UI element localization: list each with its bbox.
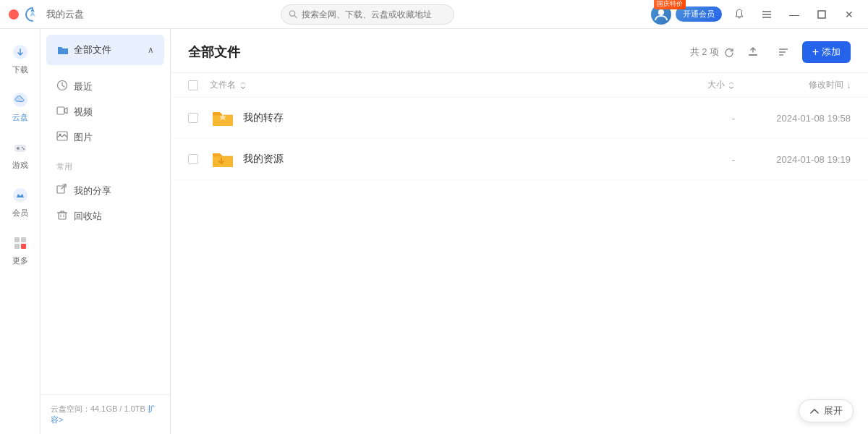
sidebar-item-member[interactable]: 会员 <box>10 178 30 226</box>
sidebar-label-games: 游戏 <box>12 160 28 171</box>
content-actions: 共 2 项 <box>690 41 851 64</box>
sidebar-item-download[interactable]: 下载 <box>10 35 30 82</box>
header-check[interactable] <box>188 80 210 90</box>
sort-icon <box>777 46 790 59</box>
folder-icon-0 <box>210 105 236 131</box>
maximize-button[interactable] <box>812 4 832 25</box>
row-check-1[interactable] <box>188 154 210 164</box>
upload-button[interactable] <box>741 41 765 64</box>
file-name-1: 我的资源 <box>243 153 284 166</box>
expand-panel-button[interactable]: 展开 <box>799 399 854 422</box>
games-icon <box>10 137 30 158</box>
row-checkbox-0[interactable] <box>188 113 198 123</box>
close-window-button[interactable]: ✕ <box>839 4 859 25</box>
maximize-icon <box>817 10 826 19</box>
row-size-0: - <box>663 113 735 124</box>
upload-icon <box>746 46 760 59</box>
expand-up-icon <box>809 406 820 416</box>
sidebar-label-cloud: 云盘 <box>12 112 28 123</box>
content-title: 全部文件 <box>188 43 240 61</box>
close-button[interactable]: × <box>9 9 19 20</box>
svg-point-13 <box>23 148 25 150</box>
cloud-icon <box>10 90 30 110</box>
title-bar-left: × 我的云盘 <box>9 7 84 22</box>
menu-item-share[interactable]: 我的分享 <box>41 178 170 203</box>
vip-badge: 国庆特价 <box>654 0 686 9</box>
table-row[interactable]: 我的转存 - 2024-01-08 19:58 <box>171 98 868 139</box>
title-bar-center <box>84 4 651 25</box>
add-icon: + <box>812 46 819 58</box>
file-name-0: 我的转存 <box>243 111 284 124</box>
add-button[interactable]: + × 添加 <box>802 41 851 63</box>
storage-info: 云盘空间：44.1GB / 1.0TB 扩容> <box>41 394 170 434</box>
row-date-0: 2024-01-08 19:58 <box>735 113 851 124</box>
svg-point-12 <box>22 147 23 148</box>
expand-label: 展开 <box>824 404 843 417</box>
left-panel-title: 全部文件 <box>56 43 111 56</box>
left-panel-menu: 最近 视频 <box>41 71 170 153</box>
app-logo <box>25 7 41 22</box>
content-header: 全部文件 共 2 项 <box>171 29 868 73</box>
storage-text: 云盘空间：44.1GB / 1.0TB <box>51 404 145 413</box>
row-checkbox-1[interactable] <box>188 154 198 164</box>
select-all-checkbox[interactable] <box>188 80 198 90</box>
svg-rect-17 <box>14 244 20 249</box>
svg-point-2 <box>658 9 664 15</box>
collapse-button[interactable]: ∧ <box>148 45 154 55</box>
trash-icon <box>56 209 68 223</box>
table-row[interactable]: 我的资源 - 2024-01-08 19:19 <box>171 139 868 180</box>
app-title: 我的云盘 <box>46 8 84 21</box>
file-list-header: 文件名 大小 修改时间 <box>171 73 868 98</box>
col-size-label: 大小 <box>707 79 725 91</box>
svg-point-14 <box>13 188 27 203</box>
search-icon <box>289 9 297 19</box>
svg-rect-25 <box>59 213 66 219</box>
notification-button[interactable] <box>729 4 749 25</box>
folder-icon-1 <box>210 146 236 172</box>
sidebar-item-games[interactable]: 游戏 <box>10 130 30 178</box>
share-icon <box>56 184 68 197</box>
sidebar-item-cloud[interactable]: 云盘 <box>10 82 30 130</box>
section-label-common: 常用 <box>41 153 170 175</box>
menu-icon <box>761 9 773 20</box>
col-date-label: 修改时间 <box>809 79 843 91</box>
header-date[interactable]: 修改时间 ↓ <box>735 79 851 91</box>
title-bar-right: 国庆特价 开通会员 — <box>651 4 859 25</box>
date-sort-indicator: ↓ <box>846 80 851 90</box>
row-name-0: 我的转存 <box>210 105 663 131</box>
avatar[interactable]: 国庆特价 <box>651 4 671 25</box>
sidebar-label-more: 更多 <box>12 255 28 266</box>
image-icon <box>56 130 68 144</box>
item-count: 共 2 项 <box>690 46 734 59</box>
row-date-1: 2024-01-08 19:19 <box>735 154 851 165</box>
header-size[interactable]: 大小 <box>663 79 735 91</box>
svg-rect-16 <box>21 237 26 242</box>
svg-line-24 <box>61 184 66 189</box>
menu-item-recent[interactable]: 最近 <box>41 74 170 99</box>
recent-icon <box>56 80 68 93</box>
left-panel-header[interactable]: 全部文件 ∧ <box>46 35 164 65</box>
svg-rect-6 <box>818 11 825 18</box>
menu-button[interactable] <box>757 4 777 25</box>
sidebar-label-member: 会员 <box>12 208 28 218</box>
minimize-button[interactable]: — <box>784 4 804 25</box>
search-bar[interactable] <box>281 4 454 25</box>
refresh-icon[interactable] <box>724 48 734 58</box>
menu-item-trash[interactable]: 回收站 <box>41 203 170 229</box>
svg-rect-15 <box>14 237 20 242</box>
member-icon <box>10 185 30 205</box>
row-size-1: - <box>663 154 735 165</box>
search-input[interactable] <box>302 9 446 20</box>
col-name-label: 文件名 <box>210 79 236 91</box>
sort-button[interactable] <box>772 41 795 64</box>
svg-rect-20 <box>57 107 64 114</box>
sidebar-item-more[interactable]: 更多 <box>10 226 30 273</box>
header-name[interactable]: 文件名 <box>210 79 663 91</box>
menu-item-video[interactable]: 视频 <box>41 99 170 124</box>
svg-rect-29 <box>749 54 757 56</box>
folder-icon-header <box>56 43 69 56</box>
row-check-0[interactable] <box>188 113 210 123</box>
all-files-label: 全部文件 <box>74 43 111 56</box>
name-sort-icon <box>239 81 247 90</box>
menu-item-image[interactable]: 图片 <box>41 124 170 150</box>
